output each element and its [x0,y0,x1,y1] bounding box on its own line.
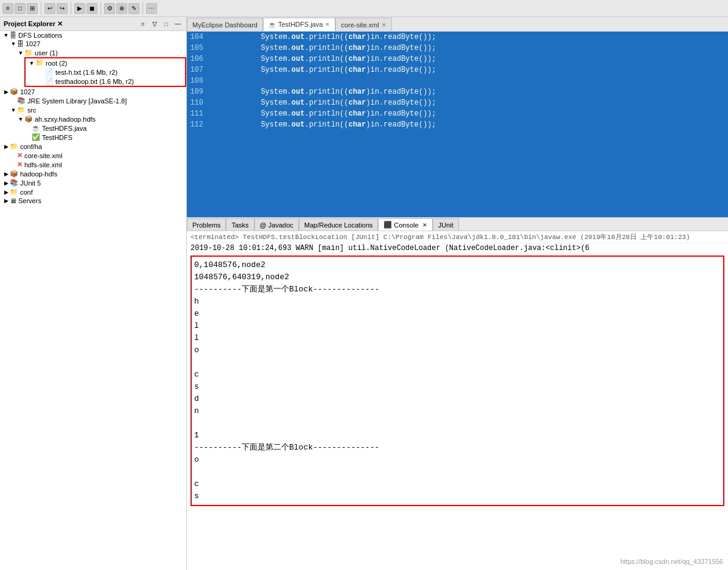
folder-icon: 🗄 [10,32,16,39]
tree-arrow: ▼ [2,32,10,38]
console-line-18 [194,466,721,478]
java-file-icon: ☕ [32,124,40,132]
panel-action-maximize[interactable]: □ [161,19,171,29]
toolbar-icon-edit[interactable]: ✎ [128,3,139,14]
console-line-2: 1048576,640319,node2 [194,271,721,283]
toolbar-icon-1[interactable]: ≡ [2,3,13,14]
tree-item-package[interactable]: ▼ 📦 ah.szxy.hadoop.hdfs [0,114,186,123]
folder-icon: 📁 [35,59,44,67]
tree-arrow: ▼ [17,116,24,122]
panel-action-menu[interactable]: ≡ [138,19,148,29]
bottom-tab-bar: Problems Tasks @ Javadoc Map/Reduce Loca… [187,218,728,231]
main-toolbar: ≡ □ ⊞ ↩ ↪ ▶ ◼ ⚙ ⊕ ✎ ⋯ [0,0,728,17]
line-content: System.out.println((char)in.readByte()); [208,108,728,119]
java-icon: ☕ [268,21,276,28]
folder-icon: 📁 [24,49,33,57]
tab-label: core-site.xml [341,21,379,29]
tab-tasks[interactable]: Tasks [226,218,254,231]
tree-item-dfs-locations[interactable]: ▼ 🗄 DFS Locations [0,31,186,40]
file-icon: 📄 [45,77,54,85]
tab-label: Console [394,221,418,229]
tree-item-conf[interactable]: ▶ 📁 conf [0,187,186,196]
toolbar-sep-1 [41,2,41,15]
tree-item-junit5[interactable]: ▶ 📚 JUnit 5 [0,178,186,187]
console-line-7: l [194,332,721,344]
tab-myeclipse[interactable]: MyEclipse Dashboard [187,18,263,31]
line-content: System.out.println((char)in.readByte()); [208,64,728,75]
toolbar-icon-2[interactable]: □ [15,3,26,14]
console-line-1: 0,1048576,node2 [194,259,721,271]
tree-item-test-h[interactable]: 📄 test-h.txt (1.6 Mb, r2) [26,68,185,77]
tab-close-button[interactable]: ✕ [422,222,427,228]
console-line-20: s [194,490,721,502]
tree-item-core-site[interactable]: ✖ core-site.xml [0,151,186,160]
package-icon: 📦 [24,115,33,123]
console-line-15: 1 [194,429,721,442]
toolbar-icon-more[interactable]: ⋯ [146,3,157,14]
tab-mapreduce[interactable]: Map/Reduce Locations [299,218,379,231]
tree-label: hdfs-site.xml [24,161,62,169]
tab-label: Problems [192,221,220,229]
tree-arrow: ▶ [2,144,10,150]
folder-icon: 📁 [10,188,18,196]
console-area: <terminated> TestHDFS.testBlockLocation … [187,231,728,570]
tree-item-testhdfs-java[interactable]: ☕ TestHDFS.java [0,123,186,133]
toolbar-icon-stop[interactable]: ◼ [86,3,97,14]
tree-item-hdfs-site[interactable]: ✖ hdfs-site.xml [0,160,186,169]
tab-core-site[interactable]: core-site.xml ✕ [335,18,391,31]
console-line-16: ----------下面是第二个Block-------------- [194,442,721,454]
tree-label: JUnit 5 [20,179,41,187]
project-tree[interactable]: ▼ 🗄 DFS Locations ▼ 🗄 1027 ▼ 📁 user (1) [0,31,186,570]
tab-console[interactable]: ⬛ Console ✕ [378,218,432,231]
tree-item-hadoop-hdfs[interactable]: ▶ 📦 hadoop-hdfs [0,169,186,178]
console-line-5: e [194,308,721,320]
tree-item-1027-dfs[interactable]: ▼ 🗄 1027 [0,40,186,48]
tree-item-servers[interactable]: ▶ 🖥 Servers [0,196,186,205]
tab-label: MyEclipse Dashboard [192,21,257,29]
tree-item-src[interactable]: ▼ 📁 src [0,105,186,114]
tree-label: ah.szxy.hadoop.hdfs [35,116,96,123]
toolbar-icon-5[interactable]: ↪ [57,3,68,14]
toolbar-icon-settings[interactable]: ⚙ [104,3,115,14]
tab-label: TestHDFS.java [278,21,323,28]
tree-item-testhdfs-class[interactable]: ✅ TestHDFS [0,133,186,142]
console-output: 0,1048576,node2 1048576,640319,node2 ---… [191,255,724,506]
panel-action-minimize[interactable]: — [173,19,183,29]
server-icon: 🗄 [17,40,24,47]
tab-junit[interactable]: JUnit [433,218,459,231]
toolbar-icon-3[interactable]: ⊞ [27,3,38,14]
tree-arrow: ▼ [28,60,35,66]
toolbar-icon-add[interactable]: ⊕ [116,3,127,14]
console-line-4: h [194,296,721,308]
tree-item-user[interactable]: ▼ 📁 user (1) [0,48,186,57]
tab-testhdfs-java[interactable]: ☕ TestHDFS.java ✕ [263,18,335,31]
line-number: 109 [187,86,208,97]
toolbar-icon-run[interactable]: ▶ [74,3,85,14]
folder-icon: 📁 [10,142,18,150]
tree-item-jre[interactable]: 📚 JRE System Library [JavaSE-1.8] [0,96,186,105]
tree-arrow: ▼ [10,107,17,113]
editor-tab-bar: MyEclipse Dashboard ☕ TestHDFS.java ✕ co… [187,17,728,32]
toolbar-icon-4[interactable]: ↩ [44,3,55,14]
highlighted-files-box: ▼ 📁 root (2) 📄 test-h.txt (1.6 Mb, r2) 📄… [24,57,186,87]
code-line-108: 108 [187,75,728,86]
tree-label: src [27,106,37,114]
panel-action-collapse[interactable]: ▽ [150,19,159,29]
line-number: 105 [187,43,208,54]
tree-item-1027-proj[interactable]: ▶ 📦 1027 [0,87,186,96]
console-icon: ⬛ [383,221,392,229]
tab-problems[interactable]: Problems [187,218,226,231]
tab-javadoc[interactable]: @ Javadoc [254,218,299,231]
tab-close-button[interactable]: ✕ [325,21,330,27]
toolbar-sep-4 [142,2,143,15]
tree-item-testhadoop[interactable]: 📄 testhadoop.txt (1.6 Mb, r2) [26,77,185,86]
toolbar-icon-group: ≡ □ ⊞ ↩ ↪ ▶ ◼ ⚙ ⊕ ✎ ⋯ [2,2,157,15]
console-line-11: s [194,381,721,393]
console-line-17: o [194,454,721,466]
tree-item-root[interactable]: ▼ 📁 root (2) [26,58,185,68]
tree-item-conf-ha[interactable]: ▶ 📁 conf/ha [0,142,186,151]
console-line-14 [194,417,721,429]
line-content [208,75,728,86]
tab-close-button[interactable]: ✕ [382,22,387,28]
watermark: https://blog.csdn.net/qq_43371556 [620,558,723,565]
